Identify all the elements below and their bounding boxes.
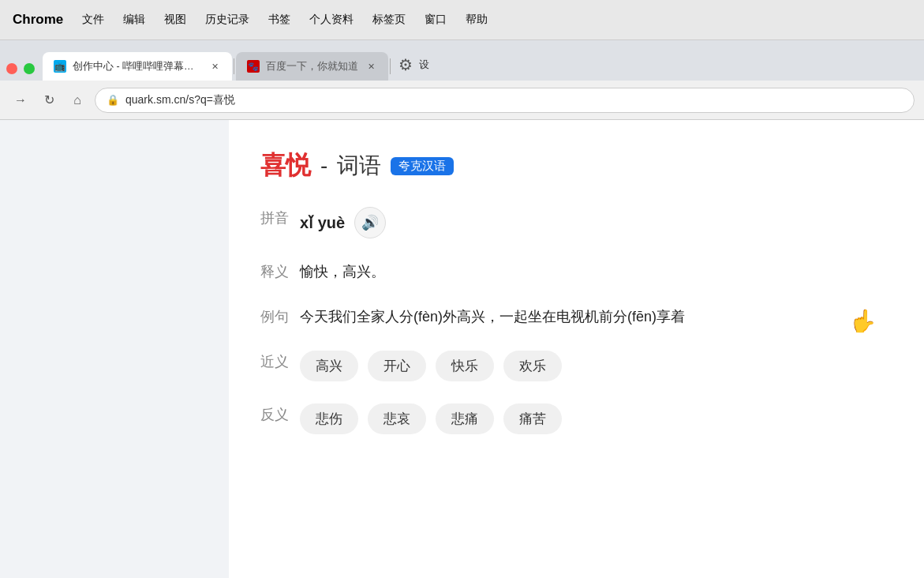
meaning-row: 释义 愉快，高兴。 <box>260 261 892 283</box>
home-button[interactable]: ⌂ <box>66 89 88 111</box>
antonyms-row: 反义 悲伤 悲哀 悲痛 痛苦 <box>260 403 892 434</box>
tab-separator-2 <box>390 58 391 74</box>
tab-favicon-baidu: 🐾 <box>247 60 260 73</box>
antonyms-label: 反义 <box>260 403 300 426</box>
antonym-tag-1[interactable]: 悲哀 <box>368 403 426 434</box>
pinyin-value: xǐ yuè <box>300 210 345 235</box>
address-field[interactable]: 🔒 quark.sm.cn/s?q=喜悦 <box>95 88 915 113</box>
tabbar: 📺 创作中心 - 哔哩哔哩弹幕视频网 ✕ 🐾 百度一下，你就知道 ✕ ⚙ 设 <box>0 40 924 81</box>
menu-help[interactable]: 帮助 <box>466 13 488 27</box>
antonym-tag-3[interactable]: 痛苦 <box>503 403 562 434</box>
antonym-tag-2[interactable]: 悲痛 <box>436 403 494 434</box>
menu-bookmark[interactable]: 书签 <box>268 13 290 27</box>
menu-window[interactable]: 窗口 <box>425 13 447 27</box>
addressbar: → ↻ ⌂ 🔒 quark.sm.cn/s?q=喜悦 <box>0 81 924 120</box>
menu-profile[interactable]: 个人资料 <box>309 13 354 27</box>
menu-file[interactable]: 文件 <box>82 13 104 27</box>
pinyin-row: 拼音 xǐ yuè 🔊 <box>260 207 892 238</box>
example-value: 今天我们全家人分(fèn)外高兴，一起坐在电视机前分(fēn)享着 <box>300 306 892 328</box>
url-display: quark.sm.cn/s?q=喜悦 <box>125 93 235 107</box>
sound-icon: 🔊 <box>361 212 379 235</box>
synonym-tag-2[interactable]: 快乐 <box>436 351 494 381</box>
synonyms-label: 近义 <box>260 351 300 373</box>
menu-edit[interactable]: 编辑 <box>123 13 145 27</box>
menu-history[interactable]: 历史记录 <box>205 13 249 27</box>
antonyms-tags: 悲伤 悲哀 悲痛 痛苦 <box>300 403 562 434</box>
antonym-tag-0[interactable]: 悲伤 <box>300 403 358 434</box>
refresh-icon: ↻ <box>44 92 54 107</box>
synonym-tag-3[interactable]: 欢乐 <box>503 351 562 381</box>
synonyms-tags: 高兴 开心 快乐 欢乐 <box>300 351 562 381</box>
meaning-label: 释义 <box>260 261 300 283</box>
home-icon: ⌂ <box>73 93 81 107</box>
menu-tabs[interactable]: 标签页 <box>372 13 406 27</box>
tab-baidu[interactable]: 🐾 百度一下，你就知道 ✕ <box>236 52 388 81</box>
word-header: 喜悦 - 词语 夸克汉语 <box>260 148 892 183</box>
lock-icon: 🔒 <box>107 94 119 106</box>
tab-separator <box>234 58 234 74</box>
sound-button[interactable]: 🔊 <box>354 207 386 238</box>
synonyms-row: 近义 高兴 开心 快乐 欢乐 <box>260 351 892 381</box>
example-label: 例句 <box>260 306 300 328</box>
refresh-button[interactable]: ↻ <box>38 89 60 111</box>
menu-view[interactable]: 视图 <box>164 13 186 27</box>
back-icon: → <box>14 93 27 107</box>
example-row: 例句 今天我们全家人分(fèn)外高兴，一起坐在电视机前分(fēn)享着 <box>260 306 892 328</box>
tab-settings-area: ⚙ 设 <box>392 55 429 81</box>
tab-close-bilibili[interactable]: ✕ <box>208 60 221 73</box>
tab-favicon-bilibili: 📺 <box>54 60 66 73</box>
settings-label[interactable]: 设 <box>419 58 429 72</box>
traffic-light-maximize[interactable] <box>24 63 35 74</box>
meaning-value: 愉快，高兴。 <box>300 261 892 283</box>
tab-title-baidu: 百度一下，你就知道 <box>266 60 358 73</box>
synonym-tag-0[interactable]: 高兴 <box>300 351 358 381</box>
back-button[interactable]: → <box>9 89 32 111</box>
app-brand: Chrome <box>13 12 63 28</box>
menubar: Chrome 文件 编辑 视图 历史记录 书签 个人资料 标签页 窗口 帮助 <box>0 0 924 40</box>
word-title-dash: - <box>320 153 327 178</box>
word-title-red: 喜悦 <box>260 148 311 183</box>
page-background: 喜悦 - 词语 夸克汉语 拼音 xǐ yuè 🔊 释义 愉快，高兴。 例句 今天… <box>0 120 924 578</box>
pinyin-label: 拼音 <box>260 207 300 230</box>
pinyin-area: xǐ yuè 🔊 <box>300 207 386 238</box>
traffic-light-close[interactable] <box>6 63 17 74</box>
tab-title-bilibili: 创作中心 - 哔哩哔哩弹幕视频网 <box>73 60 202 73</box>
left-panel <box>0 120 229 578</box>
tab-bilibili[interactable]: 📺 创作中心 - 哔哩哔哩弹幕视频网 ✕ <box>43 52 232 81</box>
word-title-type: 词语 <box>337 151 381 181</box>
quark-badge[interactable]: 夸克汉语 <box>391 157 454 175</box>
synonym-tag-1[interactable]: 开心 <box>368 351 426 381</box>
main-content: 喜悦 - 词语 夸克汉语 拼音 xǐ yuè 🔊 释义 愉快，高兴。 例句 今天… <box>229 120 924 578</box>
tab-close-baidu[interactable]: ✕ <box>365 60 377 73</box>
settings-gear-icon[interactable]: ⚙ <box>398 55 413 74</box>
